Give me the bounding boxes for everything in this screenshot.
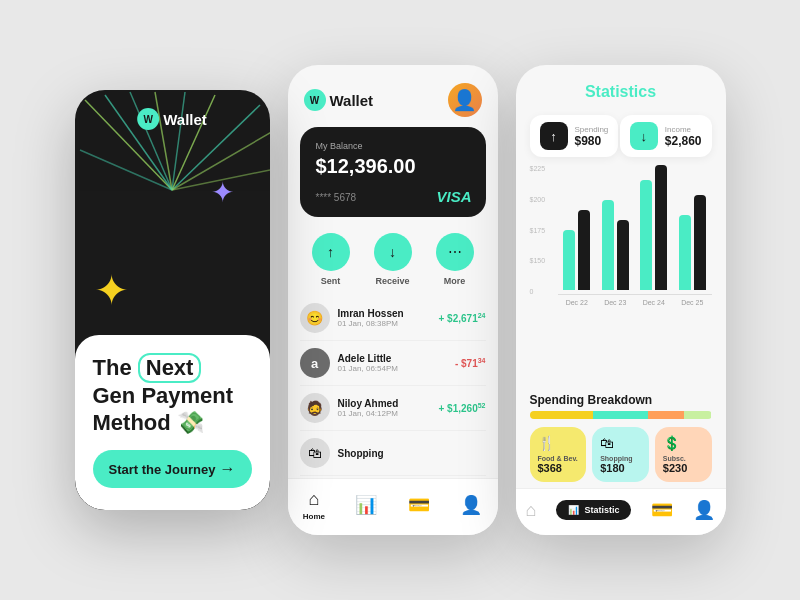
tx-avatar-3: 🧔 (300, 393, 330, 423)
screen1-onboarding: W Wallet ✦ ✦ The Next (75, 90, 270, 510)
transaction-item[interactable]: 🧔 Niloy Ahmed 01 Jan, 04:12PM + $1,26052 (300, 386, 486, 431)
headline-line2: Gen Payment (93, 383, 234, 408)
breakdown-title: Spending Breakdown (516, 387, 726, 411)
subscriptions-icon: 💲 (663, 435, 704, 451)
income-value: $2,860 (665, 134, 702, 148)
wallet-icon-s2: 💳 (408, 494, 430, 516)
y-lbl-225: $225 (530, 165, 546, 172)
spending-icon: ↑ (540, 122, 568, 150)
tx-name-1: Imran Hossen (338, 308, 439, 319)
headline-the: The (93, 355, 132, 380)
shopping-amount: $180 (600, 462, 641, 474)
transactions-list: 😊 Imran Hossen 01 Jan, 08:38PM + $2,6712… (288, 296, 498, 478)
bar-chart (558, 165, 712, 295)
screens-container: W Wallet ✦ ✦ The Next (55, 45, 746, 555)
headline-line3: Method 💸 (93, 410, 204, 435)
breakdown-progress-bar (530, 411, 712, 419)
bar-group-dec22 (563, 210, 590, 290)
nav-stats[interactable]: 📊 (355, 494, 377, 516)
tx-avatar-1: 😊 (300, 303, 330, 333)
bar-dark-dec23 (617, 220, 629, 290)
bb-subs-segment (648, 411, 684, 419)
screen3-statistics: Statistics ↑ Spending $980 ↓ Income $2,8… (516, 65, 726, 535)
profile-icon-s2: 👤 (460, 494, 482, 516)
nav-profile-s3[interactable]: 👤 (693, 499, 715, 521)
screen1-hero: W Wallet ✦ ✦ (75, 90, 270, 335)
nav-home[interactable]: ⌂ Home (303, 489, 325, 521)
screen1-logo: W Wallet (137, 108, 207, 130)
logo-circle-s2: W (304, 89, 326, 111)
home-label: Home (303, 512, 325, 521)
nav-wallet-s3[interactable]: 💳 (651, 499, 673, 521)
nav-home-s3[interactable]: ⌂ (526, 500, 537, 521)
bar-cyan-dec22 (563, 230, 575, 290)
stats-header: Statistics (516, 65, 726, 109)
income-icon: ↓ (630, 122, 658, 150)
bar-group-dec25 (679, 195, 706, 290)
transaction-item[interactable]: 😊 Imran Hossen 01 Jan, 08:38PM + $2,6712… (300, 296, 486, 341)
tx-date-2: 01 Jan, 06:54PM (338, 364, 455, 373)
tx-amount-2: - $7134 (455, 357, 486, 369)
logo-circle: W (137, 108, 159, 130)
nav-profile-s2[interactable]: 👤 (460, 494, 482, 516)
action-buttons: ↑ Sent ↓ Receive ⋯ More (288, 227, 498, 296)
nav-wallet-s2[interactable]: 💳 (408, 494, 430, 516)
y-lbl-175: $175 (530, 227, 546, 234)
sent-label: Sent (321, 276, 341, 286)
statistic-label: Statistic (584, 505, 619, 515)
more-button[interactable]: ⋯ More (436, 233, 474, 286)
food-category: Food & Bev. (538, 455, 579, 462)
transaction-item[interactable]: 🛍 Shopping (300, 431, 486, 476)
tx-amount-1: + $2,67124 (438, 312, 485, 324)
credit-card: My Balance $12,396.00 **** 5678 VISA (300, 127, 486, 217)
bar-group-dec23 (602, 200, 629, 290)
stats-icon: 📊 (355, 494, 377, 516)
nav-statistic-active[interactable]: 📊 Statistic (556, 500, 631, 520)
y-lbl-200: $200 (530, 196, 546, 203)
tx-info-1: Imran Hossen 01 Jan, 08:38PM (338, 308, 439, 328)
tx-avatar-2: a (300, 348, 330, 378)
bb-food-segment (530, 411, 594, 419)
visa-logo: VISA (436, 188, 471, 205)
food-amount: $368 (538, 462, 579, 474)
bar-dark-dec25 (694, 195, 706, 290)
subscriptions-category: Subsc. (663, 455, 704, 462)
screen2-wallet: W Wallet My Balance $12,396.00 **** 5678… (288, 65, 498, 535)
tx-avatar-4: 🛍 (300, 438, 330, 468)
arrow-icon: → (220, 460, 236, 478)
user-avatar[interactable] (448, 83, 482, 117)
cta-button[interactable]: Start the Journey → (93, 450, 252, 488)
statistic-icon: 📊 (568, 505, 579, 515)
x-lbl-dec24: Dec 24 (643, 299, 665, 306)
headline-next: Next (138, 353, 202, 383)
tx-name-2: Adele Little (338, 353, 455, 364)
card-balance-label: My Balance (316, 141, 470, 151)
sent-button[interactable]: ↑ Sent (312, 233, 350, 286)
bottom-nav-s2: ⌂ Home 📊 💳 👤 (288, 478, 498, 535)
food-card: 🍴 Food & Bev. $368 (530, 427, 587, 482)
bottom-nav-s3: ⌂ 📊 Statistic 💳 👤 (516, 488, 726, 535)
spending-label: Spending (575, 125, 609, 134)
card-balance-value: $12,396.00 (316, 155, 470, 178)
sent-icon: ↑ (312, 233, 350, 271)
bb-shopping-segment (593, 411, 648, 419)
bar-dark-dec22 (578, 210, 590, 290)
receive-button[interactable]: ↓ Receive (374, 233, 412, 286)
transaction-item[interactable]: a Adele Little 01 Jan, 06:54PM - $7134 (300, 341, 486, 386)
shopping-card: 🛍 Shopping $180 (592, 427, 649, 482)
tx-info-2: Adele Little 01 Jan, 06:54PM (338, 353, 455, 373)
x-lbl-dec23: Dec 23 (604, 299, 626, 306)
wallet-logo: W Wallet (304, 89, 374, 111)
tx-date-1: 01 Jan, 08:38PM (338, 319, 439, 328)
spending-value: $980 (575, 134, 609, 148)
y-lbl-0: 0 (530, 288, 546, 295)
tx-name-4: Shopping (338, 448, 486, 459)
x-axis-labels: Dec 22 Dec 23 Dec 24 Dec 25 (558, 295, 712, 306)
spending-info: Spending $980 (575, 125, 609, 148)
cta-label: Start the Journey (109, 462, 216, 477)
receive-label: Receive (375, 276, 409, 286)
spending-card: ↑ Spending $980 (530, 115, 619, 157)
card-number: **** 5678 (316, 192, 357, 203)
x-lbl-dec22: Dec 22 (566, 299, 588, 306)
more-icon: ⋯ (436, 233, 474, 271)
